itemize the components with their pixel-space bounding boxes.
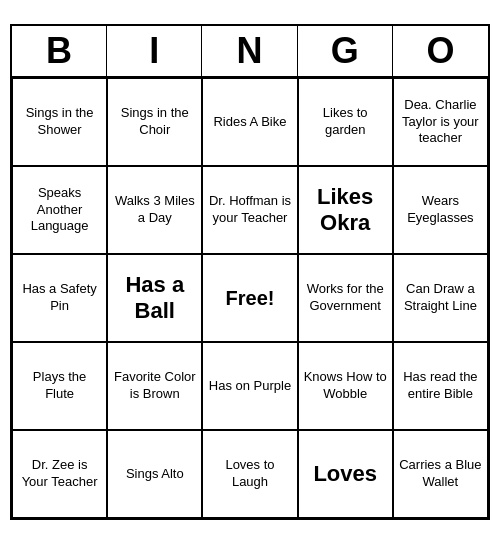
- bingo-cell-20: Dr. Zee is Your Teacher: [12, 430, 107, 518]
- bingo-cell-0: Sings in the Shower: [12, 78, 107, 166]
- bingo-cell-1: Sings in the Choir: [107, 78, 202, 166]
- bingo-cell-14: Can Draw a Straight Line: [393, 254, 488, 342]
- bingo-cell-3: Likes to garden: [298, 78, 393, 166]
- bingo-cell-16: Favorite Color is Brown: [107, 342, 202, 430]
- bingo-cell-7: Dr. Hoffman is your Teacher: [202, 166, 297, 254]
- bingo-cell-22: Loves to Laugh: [202, 430, 297, 518]
- bingo-cell-6: Walks 3 Miles a Day: [107, 166, 202, 254]
- bingo-cell-21: Sings Alto: [107, 430, 202, 518]
- bingo-cell-17: Has on Purple: [202, 342, 297, 430]
- bingo-header: BINGO: [12, 26, 488, 78]
- bingo-cell-13: Works for the Government: [298, 254, 393, 342]
- bingo-card: BINGO Sings in the ShowerSings in the Ch…: [10, 24, 490, 520]
- bingo-cell-18: Knows How to Wobble: [298, 342, 393, 430]
- bingo-letter-o: O: [393, 26, 488, 76]
- bingo-cell-4: Dea. Charlie Taylor is your teacher: [393, 78, 488, 166]
- bingo-letter-i: I: [107, 26, 202, 76]
- bingo-cell-24: Carries a Blue Wallet: [393, 430, 488, 518]
- bingo-cell-23: Loves: [298, 430, 393, 518]
- bingo-cell-9: Wears Eyeglasses: [393, 166, 488, 254]
- bingo-cell-5: Speaks Another Language: [12, 166, 107, 254]
- bingo-letter-g: G: [298, 26, 393, 76]
- bingo-cell-12: Free!: [202, 254, 297, 342]
- bingo-cell-2: Rides A Bike: [202, 78, 297, 166]
- bingo-letter-n: N: [202, 26, 297, 76]
- bingo-letter-b: B: [12, 26, 107, 76]
- bingo-cell-11: Has a Ball: [107, 254, 202, 342]
- bingo-cell-15: Plays the Flute: [12, 342, 107, 430]
- bingo-cell-19: Has read the entire Bible: [393, 342, 488, 430]
- bingo-cell-10: Has a Safety Pin: [12, 254, 107, 342]
- bingo-cell-8: Likes Okra: [298, 166, 393, 254]
- bingo-grid: Sings in the ShowerSings in the ChoirRid…: [12, 78, 488, 518]
